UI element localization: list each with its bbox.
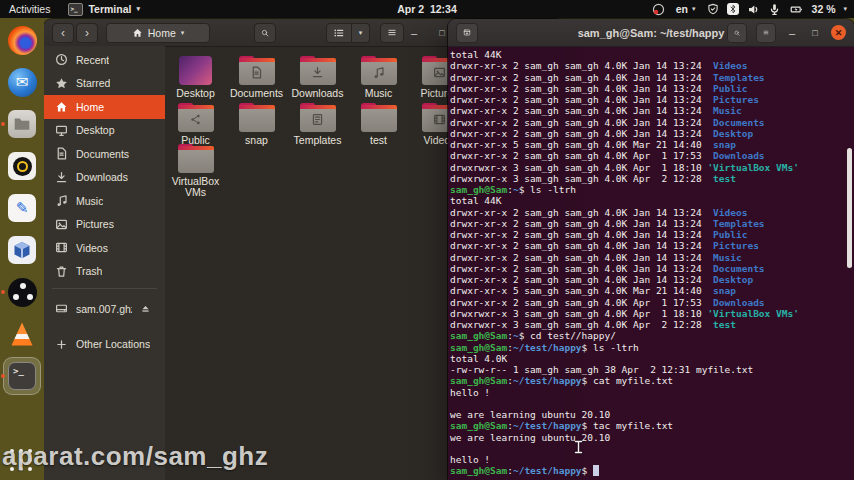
dock-item-libreoffice-writer[interactable]: ✎ bbox=[3, 189, 41, 227]
dock-item-firefox[interactable] bbox=[3, 21, 41, 59]
file-item-downloads[interactable]: Downloads bbox=[287, 54, 348, 101]
file-item-test[interactable]: test bbox=[348, 101, 409, 148]
sidebar-item-label: sam.007.ghz… bbox=[76, 303, 132, 315]
text-cursor-pointer-icon bbox=[574, 440, 583, 454]
terminal-line: hello ! bbox=[450, 454, 852, 465]
terminal-scrollbar[interactable] bbox=[847, 148, 852, 268]
obs-studio-icon bbox=[8, 278, 37, 307]
eject-button-icon[interactable] bbox=[140, 303, 151, 314]
thunderbird-icon: ✉ bbox=[8, 68, 37, 97]
dock-item-vlc[interactable] bbox=[3, 315, 41, 353]
terminal-line: drwxr-xr-x 5 sam_gh sam_gh 4.0K Mar 21 1… bbox=[450, 285, 852, 296]
dock-item-files[interactable] bbox=[3, 105, 41, 143]
file-item-music[interactable]: Music bbox=[348, 54, 409, 101]
terminal-menu-button[interactable] bbox=[756, 23, 776, 43]
folder-icon bbox=[178, 107, 214, 132]
files-sidebar: RecentStarredHomeDesktopDocumentsDownloa… bbox=[44, 46, 165, 480]
vlc-cone-icon bbox=[10, 323, 34, 346]
trash-icon bbox=[55, 265, 68, 278]
film-emblem-icon bbox=[433, 113, 446, 126]
clock-button[interactable]: Apr 2 12:34 bbox=[397, 3, 457, 15]
dock-item-virtualbox[interactable] bbox=[3, 231, 41, 269]
firefox-icon bbox=[8, 26, 37, 55]
terminal-content[interactable]: total 44Kdrwxr-xr-x 2 sam_gh sam_gh 4.0K… bbox=[448, 46, 854, 480]
terminal-line: sam_gh@Sam:~/test/happy$ tac myfile.txt bbox=[450, 420, 852, 431]
sidebar-item-recent[interactable]: Recent bbox=[44, 48, 165, 72]
path-label: Home bbox=[148, 27, 176, 39]
sidebar-item-trash[interactable]: Trash bbox=[44, 260, 165, 284]
search-button[interactable] bbox=[254, 23, 276, 43]
close-button[interactable]: ✕ bbox=[831, 25, 846, 40]
file-item-public[interactable]: Public bbox=[165, 101, 226, 148]
terminal-line: drwxr-xr-x 2 sam_gh sam_gh 4.0K Jan 14 1… bbox=[450, 117, 852, 128]
sidebar-item-other-locations[interactable]: Other Locations bbox=[44, 333, 165, 357]
sidebar-item-label: Music bbox=[76, 195, 103, 207]
desktop-screen: Activities >_ Terminal ▾ Apr 2 12:34 en … bbox=[0, 0, 854, 480]
sidebar-item-label: Trash bbox=[76, 265, 102, 277]
file-item-virtualbox-vms[interactable]: VirtualBox VMs bbox=[165, 148, 226, 195]
terminal-line: we are learning ubuntu 20.10 bbox=[450, 432, 852, 443]
picture-emblem-icon bbox=[433, 66, 446, 79]
sidebar-item-downloads[interactable]: Downloads bbox=[44, 166, 165, 190]
terminal-line: total 44K bbox=[450, 195, 852, 206]
terminal-line: drwxr-xr-x 2 sam_gh sam_gh 4.0K Jan 14 1… bbox=[450, 105, 852, 116]
forward-button[interactable]: › bbox=[76, 23, 98, 43]
app-menu-button[interactable]: >_ Terminal ▾ bbox=[68, 3, 140, 16]
terminal-line bbox=[450, 398, 852, 409]
chevron-down-icon: ▾ bbox=[843, 5, 847, 13]
screen-recorder-icon[interactable] bbox=[652, 3, 665, 16]
terminal-line: drwxr-xr-x 2 sam_gh sam_gh 4.0K Jan 14 1… bbox=[450, 72, 852, 83]
terminal-line: drwxr-xr-x 2 sam_gh sam_gh 4.0K Jan 14 1… bbox=[450, 60, 852, 71]
home-icon bbox=[132, 27, 143, 38]
volume-icon bbox=[747, 3, 760, 16]
sidebar-item-desktop[interactable]: Desktop bbox=[44, 119, 165, 143]
keyboard-layout-label: en bbox=[676, 3, 688, 15]
dock-item-thunderbird[interactable]: ✉ bbox=[3, 63, 41, 101]
terminal-search-button[interactable] bbox=[727, 23, 747, 43]
sidebar-item-starred[interactable]: Starred bbox=[44, 72, 165, 96]
file-item-snap[interactable]: snap bbox=[226, 101, 287, 148]
dock-item-obs-studio[interactable] bbox=[3, 273, 41, 311]
terminal-line: sam_gh@Sam:~/test/happy$ bbox=[450, 465, 852, 476]
file-item-label: test bbox=[370, 135, 387, 146]
hamburger-icon bbox=[763, 26, 769, 39]
back-button[interactable]: ‹ bbox=[52, 23, 74, 43]
terminal-line: drwxr-xr-x 2 sam_gh sam_gh 4.0K Jan 14 1… bbox=[450, 128, 852, 139]
share-emblem-icon bbox=[189, 113, 202, 126]
path-button[interactable]: Home ▾ bbox=[106, 23, 210, 43]
battery-charging-icon bbox=[789, 3, 804, 16]
maximize-button[interactable]: □ bbox=[808, 28, 822, 38]
home-icon bbox=[55, 100, 68, 113]
keyboard-layout-button[interactable]: en ▾ bbox=[676, 3, 696, 15]
terminal-line: we are learning ubuntu 20.10 bbox=[450, 409, 852, 420]
sidebar-item-pictures[interactable]: Pictures bbox=[44, 213, 165, 237]
file-item-label: Desktop bbox=[176, 88, 215, 99]
terminal-line: total 44K bbox=[450, 49, 852, 60]
sidebar-item-sam-007-ghz[interactable]: sam.007.ghz… bbox=[44, 297, 165, 321]
desktop-icon bbox=[55, 124, 68, 137]
dock: ✉ ✎ >_ bbox=[0, 18, 44, 480]
dock-item-camera-lens-app[interactable] bbox=[3, 147, 41, 185]
system-tray[interactable]: 32 % ▾ bbox=[707, 3, 847, 16]
file-item-desktop[interactable]: Desktop bbox=[165, 54, 226, 101]
minimize-button[interactable]: – bbox=[404, 23, 424, 43]
sidebar-item-home[interactable]: Home bbox=[44, 95, 165, 119]
file-item-templates[interactable]: Templates bbox=[287, 101, 348, 148]
bluetooth-icon bbox=[728, 4, 738, 14]
sidebar-item-documents[interactable]: Documents bbox=[44, 142, 165, 166]
files-menu-button[interactable] bbox=[380, 23, 404, 43]
file-item-documents[interactable]: Documents bbox=[226, 54, 287, 101]
view-options-dropdown[interactable]: ▾ bbox=[352, 23, 370, 43]
terminal-headerbar: sam_gh@Sam: ~/test/happy – □ ✕ bbox=[448, 19, 854, 47]
view-mode-button[interactable] bbox=[326, 23, 352, 43]
terminal-line: sam_gh@Sam:~$ ls -ltrh bbox=[450, 184, 852, 195]
dock-item-terminal[interactable]: >_ bbox=[3, 357, 41, 395]
sidebar-item-music[interactable]: Music bbox=[44, 189, 165, 213]
template-emblem-icon bbox=[311, 113, 324, 126]
sidebar-item-videos[interactable]: Videos bbox=[44, 236, 165, 260]
activities-button[interactable]: Activities bbox=[9, 3, 50, 15]
minimize-button[interactable]: – bbox=[785, 27, 799, 39]
sidebar-item-label: Videos bbox=[76, 242, 108, 254]
terminal-line: drwxr-xr-x 2 sam_gh sam_gh 4.0K Jan 14 1… bbox=[450, 218, 852, 229]
file-item-label: Documents bbox=[230, 88, 283, 99]
